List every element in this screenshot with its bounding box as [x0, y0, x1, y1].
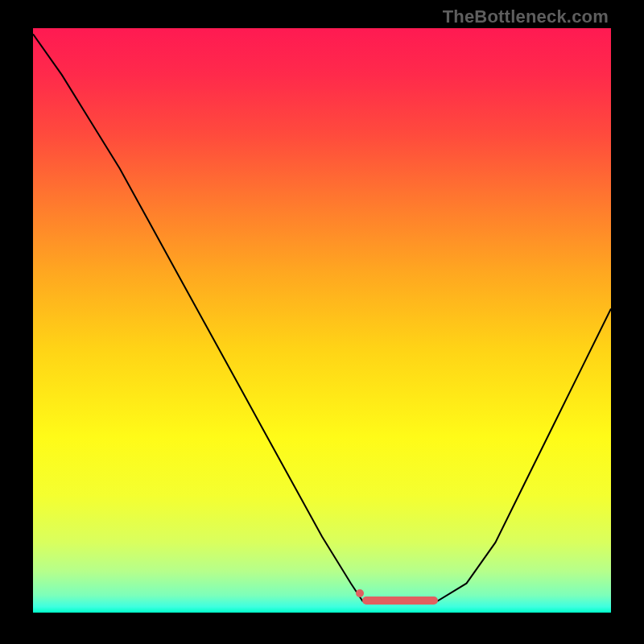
valley-flat-marker — [362, 597, 437, 605]
bottleneck-curve-path — [33, 34, 611, 601]
plot-area — [33, 28, 611, 613]
attribution-label: TheBottleneck.com — [443, 6, 609, 27]
curve-svg — [33, 28, 611, 613]
bottleneck-chart: TheBottleneck.com — [0, 0, 644, 644]
